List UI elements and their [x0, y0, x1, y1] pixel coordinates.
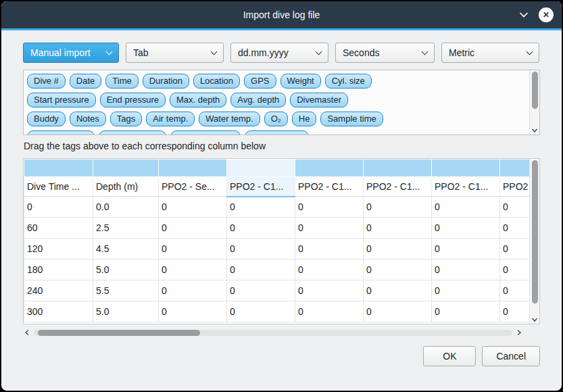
window-close-button[interactable]: ✕ [539, 7, 554, 22]
table-cell: 300 [24, 301, 93, 322]
table-cell: 0 [227, 197, 295, 218]
table-cell: 180 [24, 260, 93, 280]
tag-chip[interactable]: Sample CNS [245, 130, 309, 135]
tag-chip[interactable]: Location [193, 74, 240, 89]
tag-chip[interactable]: Dive # [27, 74, 66, 89]
tag-chip[interactable]: Air temp. [146, 112, 195, 126]
tag-chip[interactable]: Avg. depth [230, 93, 286, 107]
column-header[interactable]: PPO2 - C1... [227, 177, 295, 197]
window-shade-icon[interactable] [518, 9, 529, 20]
tag-chip[interactable]: Divemaster [290, 93, 348, 107]
table-cell: 0 [227, 218, 295, 239]
tag-chip[interactable]: Notes [70, 112, 106, 126]
column-header[interactable]: PPO2 - C1... [295, 177, 364, 197]
column-drop-target[interactable] [227, 160, 295, 177]
tag-chip[interactable]: Max. depth [170, 93, 226, 107]
tag-chip[interactable]: Duration [143, 74, 189, 89]
table-cell: 0 [364, 239, 432, 260]
column-drop-target[interactable] [500, 160, 530, 177]
column-header[interactable]: PPO2 - C1... [432, 177, 500, 197]
tag-chip[interactable]: Cyl. size [325, 74, 372, 89]
horizontal-scrollbar[interactable] [23, 328, 523, 337]
tag-chip[interactable]: Buddy [27, 112, 66, 126]
table-cell: 60 [24, 218, 93, 239]
tag-chip[interactable]: He [292, 112, 317, 126]
table-row: 1805.0000000 [24, 260, 530, 280]
table-cell: 0 [500, 239, 530, 260]
horizontal-scrollbar-thumb[interactable] [38, 330, 200, 336]
table-cell: 0 [159, 218, 227, 239]
table-cell: 0 [159, 280, 227, 301]
table-cell: 0 [159, 197, 227, 218]
tag-chip[interactable]: Sample temp. [99, 130, 166, 135]
time-format-combo[interactable]: Seconds [335, 43, 435, 63]
units-combo[interactable]: Metric [441, 43, 539, 63]
column-header[interactable]: Depth (m) [93, 177, 159, 197]
tag-scrollbar-thumb[interactable] [532, 72, 538, 109]
column-header[interactable]: PPO2 - C1... [364, 177, 432, 197]
table-row: 3005.0000000 [24, 301, 530, 322]
scroll-down-icon[interactable] [530, 317, 539, 322]
scroll-left-icon[interactable] [23, 329, 31, 336]
tag-chip[interactable]: O₂ [264, 112, 288, 126]
table-cell: 0 [295, 301, 364, 322]
table-cell: 0 [227, 280, 295, 301]
column-drop-target[interactable] [93, 160, 159, 177]
ok-button[interactable]: OK [423, 346, 476, 366]
table-cell: 0 [432, 301, 500, 322]
tag-chip[interactable]: Sample press. [170, 130, 240, 135]
table-cell: 0 [500, 280, 530, 301]
tag-chip[interactable]: End pressure [100, 93, 166, 107]
chevron-down-icon [106, 48, 113, 55]
field-separator-combo[interactable]: Tab [126, 43, 224, 63]
table-scrollbar[interactable] [529, 159, 539, 324]
tag-chip[interactable]: Start pressure [27, 93, 96, 107]
tag-chip[interactable]: Water temp. [199, 112, 260, 126]
horizontal-scrollbar-track[interactable] [34, 330, 512, 336]
time-format-value: Seconds [343, 47, 379, 58]
tag-row: Start pressureEnd pressureMax. depthAvg.… [27, 93, 524, 107]
dialog-button-row: OK Cancel [23, 346, 540, 366]
tag-chip[interactable]: Time [105, 74, 138, 89]
import-dialog-window: Import dive log file ✕ Manual import Tab… [1, 1, 562, 391]
column-drop-target[interactable] [432, 160, 500, 177]
table-cell: 4.5 [93, 239, 159, 260]
tag-chip[interactable]: Weight [280, 74, 321, 89]
import-type-combo[interactable]: Manual import [23, 43, 119, 63]
scroll-down-icon[interactable] [530, 128, 539, 133]
table-cell: 0 [159, 260, 227, 280]
table-cell: 240 [24, 280, 93, 301]
date-format-combo[interactable]: dd.mm.yyyy [230, 43, 328, 63]
column-drop-target[interactable] [364, 160, 432, 177]
tag-chip[interactable]: Tags [110, 112, 142, 126]
column-drop-target[interactable] [24, 160, 93, 177]
tag-chip[interactable]: Date [70, 74, 101, 89]
column-header[interactable]: PPO2 - Se... [159, 177, 227, 197]
tag-row: BuddyNotesTagsAir temp.Water temp.O₂HeSa… [27, 112, 524, 126]
tag-scrollbar[interactable] [529, 70, 539, 134]
table-cell: 0 [432, 260, 500, 280]
table-cell: 0 [500, 218, 530, 239]
date-format-value: dd.mm.yyyy [238, 47, 289, 58]
preview-table: Dive Time ...Depth (m)PPO2 - Se...PPO2 -… [24, 159, 530, 322]
column-header[interactable]: PPO2 [500, 177, 530, 197]
column-drop-target[interactable] [295, 160, 364, 177]
table-cell: 0 [432, 218, 500, 239]
chevron-down-icon [527, 48, 533, 55]
table-cell: 0 [500, 197, 530, 218]
table-row: 602.5000000 [24, 218, 530, 239]
tag-chip[interactable]: GPS [244, 74, 276, 89]
cancel-button[interactable]: Cancel [482, 346, 540, 366]
scroll-right-icon[interactable] [515, 329, 523, 336]
titlebar[interactable]: Import dive log file ✕ [1, 1, 562, 28]
table-cell: 2.5 [93, 218, 159, 239]
table-cell: 5.0 [93, 301, 159, 322]
tag-list-box: Dive #DateTimeDurationLocationGPSWeightC… [23, 70, 540, 135]
table-scrollbar-thumb[interactable] [532, 160, 538, 303]
column-header[interactable]: Dive Time ... [24, 177, 93, 197]
table-row: 2405.5000000 [24, 280, 530, 301]
tag-chip[interactable]: Sample time [320, 112, 383, 126]
tag-chip[interactable]: Sample depth [27, 130, 95, 135]
table-row: 1204.5000000 [24, 239, 530, 260]
column-drop-target[interactable] [159, 160, 227, 177]
